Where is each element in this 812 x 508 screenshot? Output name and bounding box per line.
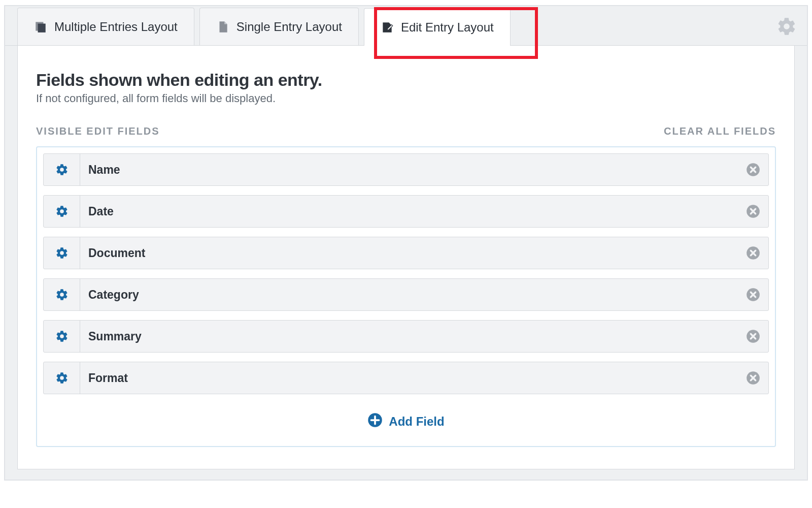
tab-label: Edit Entry Layout — [401, 20, 494, 35]
page-title: Fields shown when editing an entry. — [36, 70, 776, 90]
tabs-bar: Multiple Entries Layout Single Entry Lay… — [5, 6, 807, 46]
page-subtitle: If not configured, all form fields will … — [36, 92, 776, 105]
field-row-document[interactable]: Document — [43, 237, 769, 269]
field-label: Date — [80, 205, 738, 218]
section-header: VISIBLE EDIT FIELDS CLEAR ALL FIELDS — [36, 125, 776, 137]
layout-editor-frame: Multiple Entries Layout Single Entry Lay… — [4, 5, 808, 481]
field-remove-button[interactable] — [738, 371, 768, 385]
field-remove-button[interactable] — [738, 288, 768, 302]
field-settings-button[interactable] — [44, 154, 80, 185]
svg-rect-1 — [38, 23, 46, 32]
field-settings-button[interactable] — [44, 279, 80, 310]
field-remove-button[interactable] — [738, 163, 768, 177]
field-label: Name — [80, 163, 738, 177]
add-field-button[interactable]: Add Field — [43, 412, 769, 431]
field-row-format[interactable]: Format — [43, 362, 769, 394]
field-label: Summary — [80, 330, 738, 343]
field-settings-button[interactable] — [44, 196, 80, 227]
field-row-summary[interactable]: Summary — [43, 320, 769, 353]
field-remove-button[interactable] — [738, 204, 768, 218]
panel-edit-entry: Fields shown when editing an entry. If n… — [17, 46, 795, 469]
tab-label: Single Entry Layout — [236, 20, 342, 34]
tab-label: Multiple Entries Layout — [54, 20, 178, 34]
section-label: VISIBLE EDIT FIELDS — [36, 125, 160, 137]
add-icon — [367, 412, 383, 431]
field-settings-button[interactable] — [44, 321, 80, 352]
add-field-label: Add Field — [389, 415, 444, 429]
field-settings-button[interactable] — [44, 362, 80, 394]
field-row-name[interactable]: Name — [43, 153, 769, 186]
field-label: Document — [80, 246, 738, 260]
fields-container: Name Date Document — [36, 146, 776, 447]
field-row-category[interactable]: Category — [43, 278, 769, 311]
tab-multiple-entries[interactable]: Multiple Entries Layout — [17, 8, 194, 45]
tab-edit-entry[interactable]: Edit Entry Layout — [364, 8, 511, 46]
settings-button[interactable] — [776, 16, 797, 39]
multiple-icon — [34, 20, 47, 34]
tab-single-entry[interactable]: Single Entry Layout — [199, 8, 359, 45]
field-remove-button[interactable] — [738, 329, 768, 343]
field-label: Format — [80, 371, 738, 385]
single-icon — [216, 20, 229, 34]
field-label: Category — [80, 288, 738, 302]
clear-all-button[interactable]: CLEAR ALL FIELDS — [664, 125, 776, 137]
field-remove-button[interactable] — [738, 246, 768, 260]
field-row-date[interactable]: Date — [43, 195, 769, 228]
edit-icon — [381, 21, 394, 34]
field-settings-button[interactable] — [44, 237, 80, 269]
